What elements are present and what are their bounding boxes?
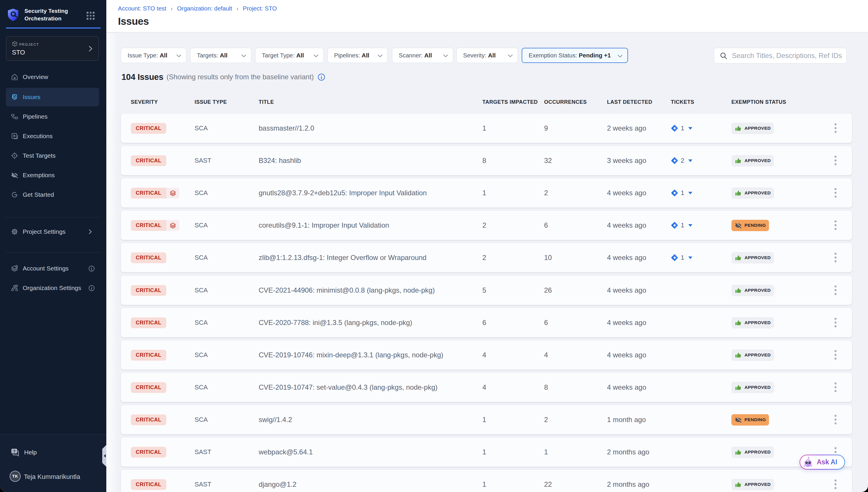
- svg-text:?: ?: [13, 449, 16, 453]
